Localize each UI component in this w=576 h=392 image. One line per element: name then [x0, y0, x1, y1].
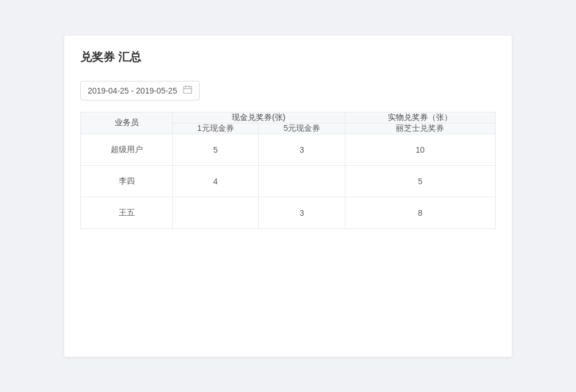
cell-salesperson: 超级用户 [81, 134, 173, 165]
calendar-icon [183, 85, 192, 96]
col-header-cash-group: 现金兑奖券(张) [173, 112, 345, 123]
page-container: 兑奖券 汇总 2019-04-25 - 2019-05-25 业务员 现金兑奖券… [64, 36, 512, 357]
cell-cash-5 [259, 165, 345, 197]
col-header-cash-1: 1元现金券 [173, 123, 259, 134]
col-header-physical-1: 丽芝士兑奖券 [345, 123, 495, 134]
cell-salesperson: 王五 [81, 197, 173, 228]
col-header-salesperson: 业务员 [81, 112, 173, 134]
cell-cash-5: 3 [259, 197, 345, 228]
date-picker[interactable]: 2019-04-25 - 2019-05-25 [80, 81, 200, 100]
cell-cash-1 [173, 197, 259, 228]
cell-salesperson: 李四 [81, 165, 173, 197]
cell-physical-1: 8 [345, 197, 495, 228]
svg-rect-0 [184, 86, 192, 93]
summary-table: 业务员 现金兑奖券(张) 实物兑奖券（张） 1元现金券 5元现金券 丽芝士兑奖券… [80, 112, 496, 229]
col-header-physical-group: 实物兑奖券（张） [345, 112, 495, 123]
cell-cash-1: 4 [173, 165, 259, 197]
cell-physical-1: 5 [345, 165, 495, 197]
table-row: 李四45 [81, 165, 496, 197]
table-row: 超级用户5310 [81, 134, 496, 165]
table-row: 王五38 [81, 197, 496, 228]
date-picker-value: 2019-04-25 - 2019-05-25 [88, 86, 177, 95]
cell-cash-5: 3 [259, 134, 345, 165]
col-header-cash-5: 5元现金券 [259, 123, 345, 134]
cell-physical-1: 10 [345, 134, 495, 165]
cell-cash-1: 5 [173, 134, 259, 165]
page-title: 兑奖券 汇总 [80, 49, 496, 65]
